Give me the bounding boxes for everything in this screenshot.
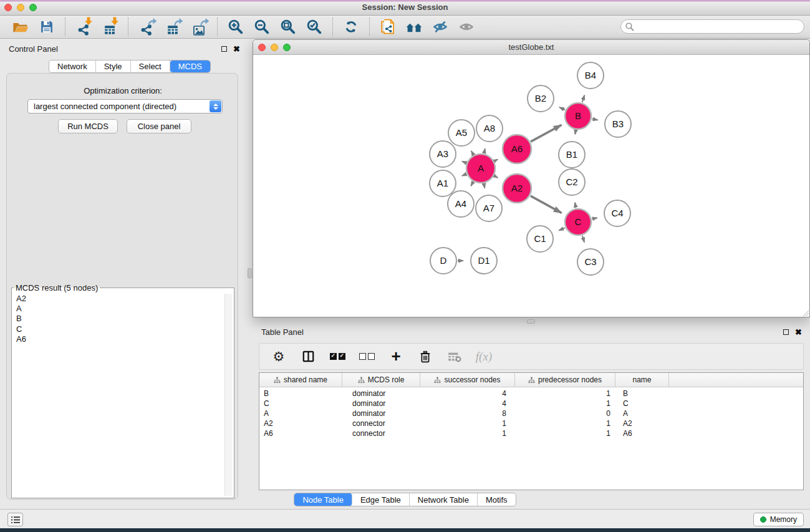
graph-edge-A-A6[interactable]	[494, 159, 498, 161]
export-network-button[interactable]	[136, 17, 157, 37]
import-table-button[interactable]	[99, 17, 120, 37]
zoom-selected-button[interactable]	[304, 17, 325, 37]
graph-edge-B-B4[interactable]	[582, 95, 585, 102]
save-session-button[interactable]	[36, 17, 57, 37]
close-panel-button[interactable]: Close panel	[127, 119, 191, 133]
graph-node-B[interactable]: B	[565, 103, 591, 129]
column-header-predecessor-nodes[interactable]: predecessor nodes	[515, 373, 615, 387]
graph-node-A1[interactable]: A1	[430, 170, 456, 196]
graph-node-A3[interactable]: A3	[430, 141, 456, 167]
graph-node-B4[interactable]: B4	[577, 62, 604, 89]
tab-node-table[interactable]: Node Table	[294, 493, 352, 506]
column-header-successor-nodes[interactable]: successor nodes	[420, 373, 515, 387]
result-list-item[interactable]: A6	[14, 334, 232, 344]
column-header-MCDS-role[interactable]: MCDS role	[342, 373, 420, 387]
tab-style[interactable]: Style	[96, 60, 131, 72]
close-panel-icon[interactable]: ✖	[233, 45, 240, 53]
graph-edge-A-A8[interactable]	[484, 148, 485, 153]
graph-edge-A-A1[interactable]	[462, 174, 466, 176]
zoom-fit-button[interactable]	[277, 17, 299, 37]
graph-edge-A-A3[interactable]	[462, 162, 466, 163]
network-canvas[interactable]: B4B2BB3A8A5A6A3B1AA1C2A2A4A7C4CC1C3DD1	[253, 55, 809, 317]
graph-edge-B-B3[interactable]	[592, 119, 598, 120]
graph-node-D1[interactable]: D1	[471, 248, 497, 274]
graph-edge-A-A4[interactable]	[471, 182, 473, 186]
graph-edge-A-A2[interactable]	[494, 176, 498, 178]
hide-details-button[interactable]	[430, 17, 451, 37]
graph-node-A6[interactable]: A6	[503, 135, 531, 163]
criterion-select[interactable]: largest connected component (directed)	[27, 99, 223, 114]
open-session-button[interactable]	[10, 17, 31, 37]
home-button[interactable]	[403, 17, 425, 37]
result-list-item[interactable]: A2	[14, 294, 232, 304]
graph-edge-C-C3[interactable]	[582, 236, 584, 243]
tab-motifs[interactable]: Motifs	[478, 493, 516, 506]
memory-button[interactable]: Memory	[753, 513, 804, 526]
graph-node-A[interactable]: A	[466, 154, 495, 183]
result-list-item[interactable]: A	[14, 304, 232, 314]
table-row[interactable]: A2connector11A2	[259, 418, 803, 428]
delete-table-button[interactable]	[444, 347, 465, 367]
result-scrollbar[interactable]	[224, 294, 232, 496]
close-panel-icon[interactable]: ✖	[795, 328, 802, 336]
graph-node-B2[interactable]: B2	[528, 85, 554, 112]
import-network-button[interactable]	[73, 17, 94, 37]
graph-node-C3[interactable]: C3	[577, 249, 604, 275]
refresh-layout-button[interactable]	[340, 17, 362, 37]
graph-edge-C-C1[interactable]	[559, 228, 565, 230]
select-all-columns-button[interactable]	[327, 347, 348, 367]
export-image-button[interactable]	[188, 17, 210, 37]
graph-node-C[interactable]: C	[565, 209, 591, 235]
run-mcds-button[interactable]: Run MCDS	[58, 119, 118, 133]
tab-network-table[interactable]: Network Table	[410, 493, 478, 506]
graph-edge-A-A7[interactable]	[484, 183, 485, 188]
horizontal-scrollbar-thumb[interactable]	[527, 319, 535, 324]
tab-select[interactable]: Select	[131, 60, 170, 72]
vertical-scrollbar-thumb[interactable]	[248, 268, 252, 278]
graph-node-A2[interactable]: A2	[503, 174, 531, 203]
float-panel-icon[interactable]	[221, 46, 227, 52]
table-row[interactable]: Cdominator41C	[259, 399, 803, 409]
tab-edge-table[interactable]: Edge Table	[352, 493, 410, 506]
delete-column-button[interactable]	[415, 347, 436, 367]
column-header-name[interactable]: name	[615, 373, 669, 387]
graph-edge-C-C2[interactable]	[575, 203, 576, 208]
table-row[interactable]: A6connector11A6	[259, 428, 803, 438]
graph-node-A7[interactable]: A7	[476, 195, 502, 221]
graph-node-C1[interactable]: C1	[527, 226, 553, 252]
graph-node-D[interactable]: D	[430, 248, 456, 274]
add-column-button[interactable]: +	[385, 347, 407, 367]
graph-edge-A2-C[interactable]	[531, 196, 562, 213]
graph-edge-A6-B[interactable]	[531, 125, 562, 142]
table-row[interactable]: Adominator80A	[259, 409, 803, 418]
show-details-button[interactable]	[456, 17, 477, 37]
column-view-button[interactable]	[297, 347, 319, 367]
new-network-from-selection-button[interactable]	[377, 17, 398, 37]
zoom-in-button[interactable]	[225, 17, 246, 37]
graph-node-C4[interactable]: C4	[604, 200, 630, 226]
tab-network[interactable]: Network	[49, 60, 96, 72]
graph-edge-B-B1[interactable]	[575, 130, 576, 135]
graph-node-C2[interactable]: C2	[559, 169, 585, 195]
graph-edge-C-C4[interactable]	[592, 218, 597, 219]
graph-node-B1[interactable]: B1	[559, 142, 585, 168]
show-panels-button[interactable]	[7, 513, 23, 526]
graph-node-A8[interactable]: A8	[476, 115, 503, 142]
result-list-item[interactable]: C	[14, 324, 232, 334]
tab-mcds[interactable]: MCDS	[170, 60, 210, 72]
resize-grip-icon[interactable]	[801, 309, 809, 316]
search-input[interactable]	[637, 21, 804, 32]
zoom-out-button[interactable]	[251, 17, 272, 37]
deselect-all-columns-button[interactable]	[356, 347, 377, 367]
graph-node-A5[interactable]: A5	[448, 120, 475, 146]
export-table-button[interactable]	[162, 17, 183, 37]
graph-node-A4[interactable]: A4	[448, 191, 474, 217]
result-list-item[interactable]: B	[14, 314, 232, 324]
table-row[interactable]: Bdominator41B	[259, 389, 803, 399]
graph-node-B3[interactable]: B3	[605, 111, 631, 137]
function-builder-button[interactable]: f(x)	[473, 347, 494, 367]
table-settings-button[interactable]: ⚙	[268, 347, 289, 367]
graph-edge-B-B2[interactable]	[559, 107, 565, 110]
graph-edge-A-A5[interactable]	[471, 151, 473, 155]
float-panel-icon[interactable]	[783, 329, 789, 335]
